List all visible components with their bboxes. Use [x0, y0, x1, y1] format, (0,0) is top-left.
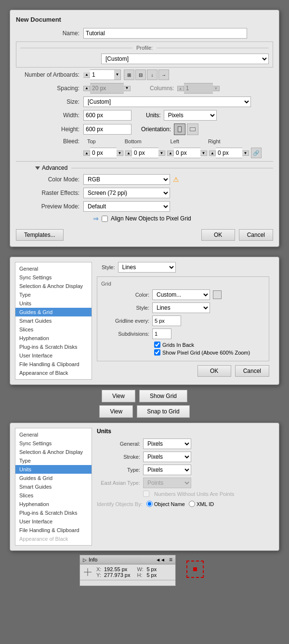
bottom-sidebar-appearance[interactable]: Appearance of Black	[15, 534, 92, 543]
templates-button[interactable]: Templates...	[16, 229, 64, 241]
h-value: 5 px	[146, 572, 157, 578]
height-input[interactable]	[83, 124, 131, 135]
sidebar-item-smart-guides[interactable]: Smart Guides	[15, 316, 92, 325]
general-units-select[interactable]: Pixels	[143, 438, 191, 449]
width-input[interactable]	[83, 110, 131, 121]
bottom-sidebar-file-handling[interactable]: File Handling & Clipboard	[15, 526, 92, 534]
bottom-sidebar-units[interactable]: Units	[15, 465, 92, 474]
general-units-label: General:	[97, 441, 140, 447]
align-arrow-icon: ⇒	[93, 215, 99, 222]
units-select[interactable]: Pixels	[164, 110, 217, 121]
stroke-units-select[interactable]: Pixels	[143, 452, 191, 462]
bottom-sidebar-selection[interactable]: Selection & Anchor Display	[15, 448, 92, 456]
sidebar-item-hyphenation[interactable]: Hyphenation	[15, 334, 92, 343]
bleed-left-spinner[interactable]: ▲ ▼	[167, 148, 207, 158]
info-bottom-bar	[80, 580, 175, 586]
bottom-sidebar-general[interactable]: General	[15, 430, 92, 439]
bottom-sidebar-hyphenation[interactable]: Hyphenation	[15, 500, 92, 508]
snap-to-grid-btn[interactable]: Snap to Grid	[137, 405, 189, 418]
arrow-right-btn[interactable]: →	[158, 69, 169, 80]
sidebar-item-plugins[interactable]: Plug-ins & Scratch Disks	[15, 343, 92, 351]
artboards-spinner[interactable]: ▲ ▼	[83, 69, 121, 80]
artboards-spin-down[interactable]: ▼	[114, 69, 121, 80]
gridline-every-input[interactable]	[152, 315, 181, 326]
sidebar-item-slices[interactable]: Slices	[15, 325, 92, 334]
bottom-sidebar-sync[interactable]: Sync Settings	[15, 439, 92, 448]
size-select[interactable]: [Custom]	[83, 96, 251, 107]
type-units-select[interactable]: Pixels	[143, 465, 191, 475]
grid-style-select[interactable]: Lines	[152, 302, 210, 313]
bleed-right-header: Right	[208, 138, 221, 144]
bleed-bottom-input[interactable]	[132, 148, 158, 158]
east-asian-select: Points	[143, 478, 191, 488]
bottom-sidebar-smart-guides[interactable]: Smart Guides	[15, 482, 92, 491]
portrait-btn[interactable]	[174, 123, 185, 135]
color-mode-warning-icon: ⚠	[173, 176, 179, 183]
sidebar-item-appearance[interactable]: Appearance of Black	[15, 369, 92, 377]
info-menu-btn[interactable]: ≡	[169, 556, 172, 563]
bottom-sidebar-type[interactable]: Type	[15, 456, 92, 465]
bottom-sidebar-plugins[interactable]: Plug-ins & Scratch Disks	[15, 508, 92, 517]
name-row: Name:	[16, 28, 273, 39]
bleed-right-input[interactable]	[216, 148, 242, 158]
bleed-top-input[interactable]	[90, 148, 117, 158]
xml-id-radio[interactable]	[189, 501, 195, 507]
object-name-radio[interactable]	[146, 501, 153, 507]
raster-effects-select[interactable]: Screen (72 ppi)	[83, 188, 170, 198]
grid-layout-btn[interactable]: ⊞	[124, 69, 134, 80]
info-collapse-btn[interactable]: ◄◄	[156, 557, 165, 562]
sidebar-item-general[interactable]: General	[15, 264, 92, 273]
middle-prefs-ok-btn[interactable]: OK	[197, 365, 231, 377]
view-btn-2[interactable]: View	[99, 405, 133, 418]
bleed-top-spinner[interactable]: ▲ ▼	[83, 148, 123, 158]
ok-button[interactable]: OK	[201, 229, 235, 241]
sidebar-item-file-handling[interactable]: File Handling & Clipboard	[15, 360, 92, 369]
info-xy-coords: X: 192.55 px Y: 277.973 px	[96, 566, 130, 578]
red-square-inner	[193, 567, 197, 571]
sidebar-item-guides[interactable]: Guides & Grid	[15, 308, 92, 316]
spacing-spin-up[interactable]: ▲	[83, 86, 90, 91]
sidebar-item-selection[interactable]: Selection & Anchor Display	[15, 282, 92, 290]
name-input[interactable]	[83, 28, 247, 39]
info-titlebar: ▷ Info ◄◄ ≡	[80, 555, 175, 564]
sidebar-item-type[interactable]: Type	[15, 290, 92, 299]
grid-color-select[interactable]: Custom...	[152, 289, 210, 300]
bleed-left-input[interactable]	[174, 148, 200, 158]
grids-in-back-checkbox[interactable]	[154, 342, 160, 348]
size-label: Size:	[16, 98, 83, 105]
landscape-btn[interactable]	[187, 123, 198, 135]
bleed-right-spinner[interactable]: ▲ ▼	[209, 148, 249, 158]
bottom-sidebar-ui[interactable]: User Interface	[15, 517, 92, 526]
guides-style-select[interactable]: Lines	[118, 262, 176, 273]
subdivisions-input[interactable]	[152, 329, 171, 339]
orientation-buttons	[174, 123, 198, 135]
link-bleed-btn[interactable]: 🔗	[251, 148, 262, 158]
grid-2h-btn[interactable]: ⊟	[135, 69, 146, 80]
arrow-down-btn[interactable]: ↓	[147, 69, 158, 80]
color-mode-select[interactable]: RGB	[83, 174, 170, 185]
bleed-bottom-spinner[interactable]: ▲ ▼	[125, 148, 165, 158]
sidebar-item-units[interactable]: Units	[15, 299, 92, 308]
view-btn-1[interactable]: View	[102, 390, 135, 402]
grid-color-swatch[interactable]	[213, 290, 222, 299]
preview-mode-row: Preview Mode: Default	[16, 201, 273, 212]
bottom-sidebar-slices[interactable]: Slices	[15, 491, 92, 500]
preview-mode-select[interactable]: Default	[83, 201, 170, 212]
bottom-sidebar-guides[interactable]: Guides & Grid	[15, 474, 92, 482]
advanced-label: Advanced	[42, 164, 67, 171]
spacing-spinner[interactable]: ▲ ▼	[83, 83, 131, 94]
bottom-prefs-inner: General Sync Settings Selection & Anchor…	[15, 428, 274, 546]
sidebar-item-sync[interactable]: Sync Settings	[15, 273, 92, 282]
align-checkbox[interactable]	[102, 216, 108, 222]
sidebar-item-ui[interactable]: User Interface	[15, 351, 92, 360]
grid-style-label: Style:	[101, 305, 149, 311]
cancel-button[interactable]: Cancel	[239, 229, 273, 241]
middle-prefs-cancel-btn[interactable]: Cancel	[235, 365, 269, 377]
artboards-spin-up[interactable]: ▲	[83, 72, 90, 78]
advanced-toggle[interactable]: Advanced	[35, 164, 273, 171]
show-pixel-grid-checkbox[interactable]	[154, 349, 160, 356]
show-grid-btn[interactable]: Show Grid	[139, 390, 187, 402]
profile-select[interactable]: [Custom]	[101, 54, 269, 64]
artboards-input[interactable]	[90, 69, 114, 80]
middle-prefs-buttons: OK Cancel	[97, 365, 269, 377]
